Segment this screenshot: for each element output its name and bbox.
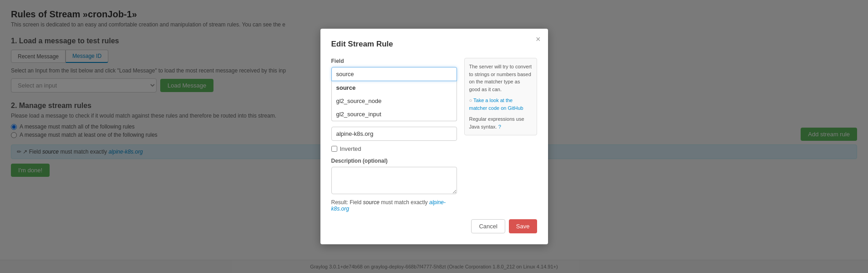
hint-box: The server will try to convert to string… <box>464 58 537 135</box>
hint-regex: Regular expressions use Java syntax. ? <box>469 115 532 130</box>
modal-footer: Cancel Save <box>331 219 537 233</box>
modal-body: Field source gl2_source_node gl2_source_… <box>331 58 537 212</box>
dropdown-item-gl2-source-node[interactable]: gl2_source_node <box>332 94 457 108</box>
dropdown-item-gl2-source-input[interactable]: gl2_source_input <box>332 108 457 121</box>
hint-question-mark[interactable]: ? <box>498 124 501 129</box>
desc-textarea[interactable] <box>331 167 457 194</box>
result-value: alpine-k8s.org <box>331 199 446 212</box>
field-input-wrap <box>331 67 457 81</box>
modal-overlay: Edit Stream Rule × Field source gl2_sour… <box>0 0 868 273</box>
modal-dialog: Edit Stream Rule × Field source gl2_sour… <box>320 29 548 244</box>
result-text: Result: Field source must match exactly … <box>331 199 457 212</box>
hint-github-link[interactable]: Take a look at the matcher code on GitHu… <box>469 98 523 111</box>
hint-text: The server will try to convert to string… <box>469 63 532 93</box>
modal-title: Edit Stream Rule <box>331 40 537 49</box>
hint-link-para: ○ Take a look at the matcher code on Git… <box>469 97 532 112</box>
inverted-label: Inverted <box>340 145 361 152</box>
dropdown-item-source[interactable]: source <box>332 81 457 94</box>
modal-close-button[interactable]: × <box>536 35 541 43</box>
field-label: Field <box>331 58 457 64</box>
value-input[interactable] <box>331 127 457 141</box>
field-input[interactable] <box>331 67 457 81</box>
dropdown-list: source gl2_source_node gl2_source_input <box>331 81 457 121</box>
cancel-button[interactable]: Cancel <box>471 219 505 233</box>
info-icon: ○ <box>469 98 472 103</box>
result-label: Result: <box>331 199 348 206</box>
result-field: source <box>363 199 380 206</box>
desc-label: Description (optional) <box>331 158 457 164</box>
modal-left: Field source gl2_source_node gl2_source_… <box>331 58 457 212</box>
inverted-checkbox[interactable] <box>331 146 337 152</box>
modal-right: The server will try to convert to string… <box>464 58 537 212</box>
save-button[interactable]: Save <box>509 219 537 233</box>
inverted-row: Inverted <box>331 145 457 152</box>
